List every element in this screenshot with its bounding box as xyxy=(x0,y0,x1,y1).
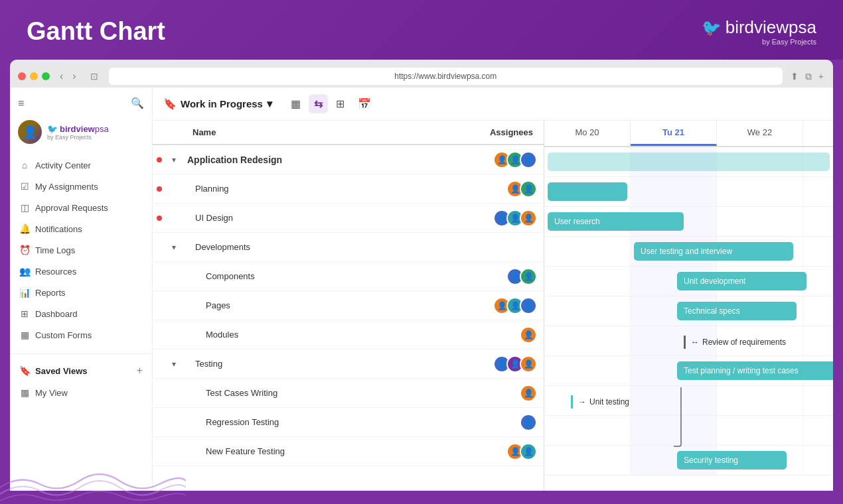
gantt-row: Unit development xyxy=(544,267,833,296)
table-row: ▾ Application Redesign 👤 👤 👤 xyxy=(153,145,544,174)
sidebar-section-saved-views: 🔖 Saved Views + ▦ My View xyxy=(10,353,152,403)
gantt-cell xyxy=(803,326,833,355)
gantt-cell-today xyxy=(631,177,717,206)
expand-button[interactable]: ▾ xyxy=(166,359,182,369)
col-name-header: Name xyxy=(182,121,477,144)
tl-red[interactable] xyxy=(18,72,26,80)
saved-views-header[interactable]: 🔖 Saved Views + xyxy=(10,359,152,382)
new-tab-button[interactable]: + xyxy=(817,70,825,84)
sidebar-item-label: Approval Requests xyxy=(35,203,108,213)
status-dot xyxy=(157,216,162,221)
avatar: 👤 xyxy=(520,414,537,431)
expand-button[interactable]: ▾ xyxy=(166,155,182,164)
custom-forms-icon: ▦ xyxy=(19,330,30,340)
task-name: New Feature Testing xyxy=(182,440,477,463)
gantt-cell xyxy=(717,416,803,445)
status-dot xyxy=(157,157,162,162)
sidebar-item-approval-requests[interactable]: ◫ Approval Requests xyxy=(10,197,152,218)
avatar-group: 👤 👤 👤 xyxy=(493,355,537,373)
bookmark-icon: 🔖 xyxy=(163,97,177,110)
task-assignees: 👤 xyxy=(477,381,544,406)
view-selector[interactable]: 🔖 Work in Progress ▾ xyxy=(163,97,272,110)
page-title: Gantt Chart xyxy=(27,17,165,46)
avatar: 👤 xyxy=(520,210,537,227)
avatar-group: 👤 👤 👤 xyxy=(493,297,537,314)
sidebar-item-my-view[interactable]: ▦ My View xyxy=(10,382,152,403)
task-assignees: 👤 👤 👤 xyxy=(477,206,544,231)
search-icon[interactable]: 🔍 xyxy=(131,97,144,109)
tl-yellow[interactable] xyxy=(30,72,38,80)
main-content: 🔖 Work in Progress ▾ ▦ ⇆ ⊞ 📅 Name Assign… xyxy=(153,88,833,491)
calendar-view-button[interactable]: 📅 xyxy=(352,94,376,113)
task-list-header: Name Assignees xyxy=(153,121,544,145)
task-name: Modules xyxy=(182,323,477,346)
avatar: 👤 xyxy=(520,151,537,168)
forward-button[interactable]: › xyxy=(69,69,79,84)
avatar: 👤 xyxy=(520,355,537,373)
share-button[interactable]: ⬆ xyxy=(789,70,800,84)
page-header: Gantt Chart 🐦 birdviewpsa by Easy Projec… xyxy=(0,0,843,60)
task-assignees: 👤 👤 xyxy=(477,176,544,202)
brand-sub: by Easy Projects xyxy=(762,38,816,46)
sidebar-item-time-logs[interactable]: ⏰ Time Logs xyxy=(10,239,152,261)
sidebar-item-dashboard[interactable]: ⊞ Dashboard xyxy=(10,303,152,324)
saved-views-icon: 🔖 xyxy=(19,365,30,376)
grid-view-button[interactable]: ▦ xyxy=(285,94,306,113)
reports-icon: 📊 xyxy=(19,287,30,298)
connector-review-req: ↔ Review of requirements xyxy=(684,336,786,349)
sidebar-item-label: My View xyxy=(35,388,68,398)
task-list: Name Assignees ▾ Application Redesign 👤 … xyxy=(153,121,544,491)
table-row: UI Design 👤 👤 👤 xyxy=(153,204,544,233)
saved-views-label: Saved Views xyxy=(35,366,88,376)
gantt-cell xyxy=(544,446,631,475)
my-assignments-icon: ☑ xyxy=(19,181,30,192)
task-name: Test Cases Writing xyxy=(182,381,477,405)
table-row: Regression Testing 👤 xyxy=(153,408,544,437)
sidebar-nav: ⌂ Activity Center ☑ My Assignments ◫ App… xyxy=(10,152,152,348)
task-assignees: 👤 👤 👤 xyxy=(477,351,544,377)
connector-arrow-icon: ↔ xyxy=(691,338,699,347)
back-button[interactable]: ‹ xyxy=(56,69,66,84)
time-logs-icon: ⏰ xyxy=(19,245,30,255)
gantt-cell xyxy=(803,296,833,326)
avatar: 👤 xyxy=(520,385,537,402)
avatar-group: 👤 👤 xyxy=(506,268,537,285)
add-saved-view-button[interactable]: + xyxy=(137,365,143,377)
sidebar-item-activity-center[interactable]: ⌂ Activity Center xyxy=(10,155,152,176)
day-mo20: Mo 20 xyxy=(544,121,631,146)
tl-green[interactable] xyxy=(42,72,50,80)
board-view-button[interactable]: ⊞ xyxy=(331,94,350,113)
task-assignees: 👤 xyxy=(477,322,544,347)
sidebar-item-resources[interactable]: 👥 Resources xyxy=(10,261,152,282)
gantt-row: Test planning / writing test cases xyxy=(544,356,833,386)
duplicate-button[interactable]: ⧉ xyxy=(804,70,813,84)
gantt-rows: User reserch User testing and interview xyxy=(544,147,833,475)
sidebar-toggle-button[interactable]: ⊡ xyxy=(86,70,102,83)
sidebar-item-label: Reports xyxy=(35,288,66,298)
hamburger-icon[interactable]: ≡ xyxy=(18,97,24,109)
avatar: 👤 xyxy=(520,180,537,198)
sidebar-item-my-assignments[interactable]: ☑ My Assignments xyxy=(10,176,152,197)
sidebar-item-label: Custom Forms xyxy=(35,330,92,340)
table-row: ▾ Developments xyxy=(153,233,544,262)
task-assignees: 👤 👤 👤 xyxy=(477,147,544,172)
gantt-view-button[interactable]: ⇆ xyxy=(309,94,328,113)
task-assignees: 👤 xyxy=(477,410,544,435)
gantt-row: User reserch xyxy=(544,207,833,237)
gantt-header: Mo 20 Tu 21 We 22 Th 23 xyxy=(544,121,833,147)
avatar-group: 👤 👤 👤 xyxy=(493,151,537,168)
sidebar-item-notifications[interactable]: 🔔 Notifications xyxy=(10,218,152,239)
sidebar-brand-name: birdviewpsa xyxy=(60,124,109,134)
gantt-cell xyxy=(803,207,833,236)
address-bar[interactable]: https://www.birdviewpsa.com xyxy=(109,68,783,85)
sidebar-item-custom-forms[interactable]: ▦ Custom Forms xyxy=(10,324,152,346)
task-name: Developments xyxy=(182,235,477,259)
sidebar-item-label: Activity Center xyxy=(35,160,91,170)
my-view-icon: ▦ xyxy=(19,387,30,398)
sidebar-item-reports[interactable]: 📊 Reports xyxy=(10,282,152,303)
table-row: ▾ Testing 👤 👤 👤 xyxy=(153,349,544,379)
expand-button[interactable]: ▾ xyxy=(166,243,182,252)
notifications-icon: 🔔 xyxy=(19,223,30,234)
avatar-group: 👤 👤 xyxy=(506,180,537,198)
gantt-cell xyxy=(544,237,631,266)
